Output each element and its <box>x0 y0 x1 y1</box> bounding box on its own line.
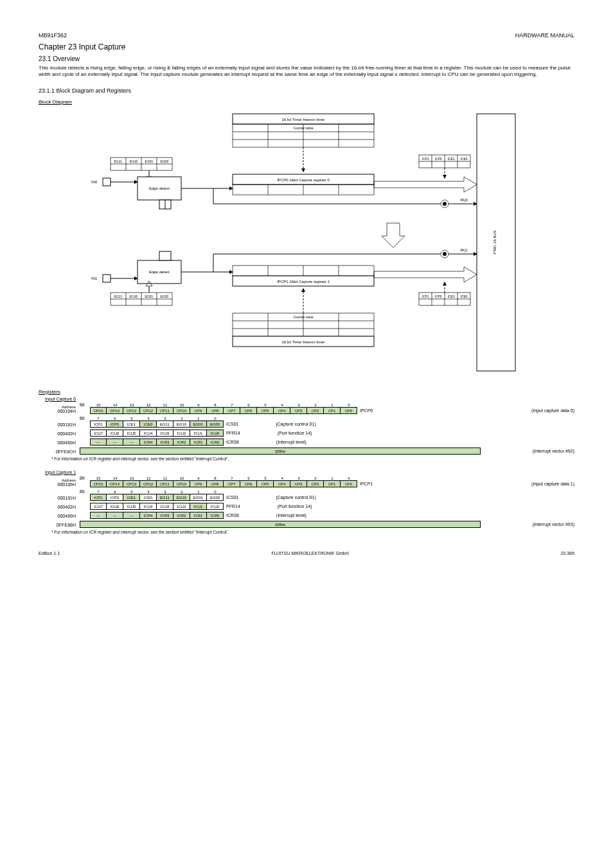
bit-cell: CP6 <box>240 407 257 414</box>
svg-text:ICP0: ICP0 <box>434 157 441 161</box>
bit-cell: EG00 <box>207 420 224 428</box>
bit-cell: ICP0 <box>107 494 123 501</box>
svg-text:IN1: IN1 <box>91 276 98 280</box>
svg-text:Edge detect: Edge detect <box>149 186 170 190</box>
footer-right: 23-369 <box>560 551 574 556</box>
bit-cell: --- <box>90 512 107 519</box>
bit-cell: ICU4 <box>140 503 157 510</box>
bit-cell: ICR2 <box>173 439 190 446</box>
register-address: Address000106H <box>45 478 76 487</box>
svg-text:IN0: IN0 <box>91 180 98 184</box>
bit-cell: EG01 <box>190 420 207 428</box>
vector-addr-1: 0FFE88H <box>45 523 76 528</box>
svg-rect-53 <box>103 275 111 282</box>
svg-text:EG01: EG01 <box>145 294 154 298</box>
svg-text:IRQ0: IRQ0 <box>460 198 468 202</box>
vector-bar-0: 32Bits <box>80 448 481 455</box>
vector-bar-1: 32Bits <box>80 521 481 528</box>
register-row: 000402HICU7ICU6ICU5ICU4ICU3ICU2ICU1ICU0P… <box>45 503 574 510</box>
bit-cell: CP2 <box>307 407 324 414</box>
bit-cell: CP12 <box>140 480 157 487</box>
bit-cell: ICE1 <box>123 494 140 501</box>
vector-addr-0: 0FFE8CH <box>45 449 76 455</box>
bit-cell: ICU7 <box>90 429 107 437</box>
svg-text:IPCP0 16bit Capture register 0: IPCP0 16bit Capture register 0 <box>277 178 330 182</box>
bit-cell: ICP0 <box>107 420 123 428</box>
bit-cell: ICR1 <box>190 439 207 446</box>
input-capture-1: Input Capture 1 Address000106HBit1514131… <box>45 470 574 534</box>
register-name: IPCP0 <box>360 407 373 414</box>
svg-text:Counter value: Counter value <box>293 315 313 319</box>
subsection-title: 23.1.1 Block Diagram and Registers <box>39 87 574 94</box>
bit-cell: ICU5 <box>123 429 140 437</box>
bit-cell: ICE0 <box>140 420 157 428</box>
bit-cell: ICR0 <box>207 439 224 446</box>
bit-cell: --- <box>123 439 140 446</box>
bit-cell: ICP1 <box>90 494 107 501</box>
svg-text:EG00: EG00 <box>161 294 169 298</box>
svg-point-96 <box>443 252 447 256</box>
register-name: ICS01 <box>226 420 238 428</box>
svg-text:EG10: EG10 <box>130 294 138 298</box>
svg-text:ICE0: ICE0 <box>460 157 467 161</box>
svg-text:16 bit Timer
freerun timer: 16 bit Timer freerun timer <box>281 340 324 344</box>
svg-text:16 bit Timer
freerun timer: 16 bit Timer freerun timer <box>281 118 324 122</box>
bit-cell: CP11 <box>157 407 173 414</box>
svg-rect-57 <box>159 251 171 260</box>
register-address: 000181H <box>45 496 76 501</box>
bit-cell: ICU0 <box>207 503 224 510</box>
bit-cell: ICR2 <box>173 512 190 519</box>
svg-text:IPCP1 16bit Capture register 1: IPCP1 16bit Capture register 1 <box>277 280 330 284</box>
page-header: MB91F362 HARDWARE MANUAL <box>39 32 574 39</box>
bit-cell: ICR4 <box>140 439 157 446</box>
bit-cell: ICU2 <box>173 429 190 437</box>
bit-cell: CP6 <box>240 480 257 487</box>
bit-cell: ICU7 <box>90 503 107 510</box>
bit-cell: CP10 <box>173 480 190 487</box>
svg-text:ICE0: ICE0 <box>460 294 467 298</box>
register-name: PFR14 <box>226 429 240 437</box>
bit-cell: ICR4 <box>140 512 157 519</box>
bit-cell: CP12 <box>140 407 157 414</box>
bit-cell: ICU0 <box>207 429 224 437</box>
bit-cell: ICP1 <box>90 420 107 428</box>
bit-cell: --- <box>123 512 140 519</box>
section-title: 23.1 Overview <box>39 55 574 62</box>
register-row: Address000104HBit1514131211109876543210C… <box>45 402 574 414</box>
bit-cell: ICU3 <box>157 429 173 437</box>
svg-text:EG11: EG11 <box>114 159 123 163</box>
footnote-0: * For information on ICR register and in… <box>51 457 574 461</box>
bit-cell: ICE0 <box>140 494 157 501</box>
register-address: Address000104H <box>45 405 76 414</box>
bit-cell: CP3 <box>290 480 307 487</box>
bit-cell: ICU5 <box>123 503 140 510</box>
bit-cell: ICU2 <box>173 503 190 510</box>
register-desc: (Capture control 01) <box>276 420 315 428</box>
svg-text:ICP0: ICP0 <box>434 294 441 298</box>
bit-cell: CP15 <box>90 407 107 414</box>
register-address: 000402H <box>45 431 76 437</box>
svg-rect-12 <box>103 178 111 186</box>
bit-cell: EG01 <box>190 494 207 501</box>
svg-text:Edge detect: Edge detect <box>149 270 170 274</box>
bit-cell: CP13 <box>123 480 140 487</box>
register-address: 000466H <box>45 514 76 519</box>
register-name: IPCP1 <box>360 480 373 487</box>
register-row: 000402HICU7ICU6ICU5ICU4ICU3ICU2ICU1ICU0P… <box>45 429 574 437</box>
register-address: 000402H <box>45 505 76 510</box>
register-address: 000181H <box>45 422 76 428</box>
bit-cell: ICU6 <box>107 429 123 437</box>
bit-cell: CP7 <box>224 480 240 487</box>
bit-cell: ICR0 <box>207 512 224 519</box>
bit-cell: ICU1 <box>190 503 207 510</box>
bit-cell: CP7 <box>224 407 240 414</box>
bus-label: F²MC-16 BUS <box>493 230 497 255</box>
bit-cell: EG11 <box>157 494 173 501</box>
bit-cell: CP8 <box>207 480 224 487</box>
svg-text:EG00: EG00 <box>161 159 169 163</box>
svg-text:ICE1: ICE1 <box>447 294 454 298</box>
register-row: 000466H---------ICR4ICR3ICR2ICR1ICR0ICR3… <box>45 439 574 446</box>
register-row: 000181HBit76543210ICP1ICP0ICE1ICE0EG11EG… <box>45 416 574 428</box>
bit-cell: ICU6 <box>107 503 123 510</box>
register-name: ICS01 <box>226 494 238 501</box>
